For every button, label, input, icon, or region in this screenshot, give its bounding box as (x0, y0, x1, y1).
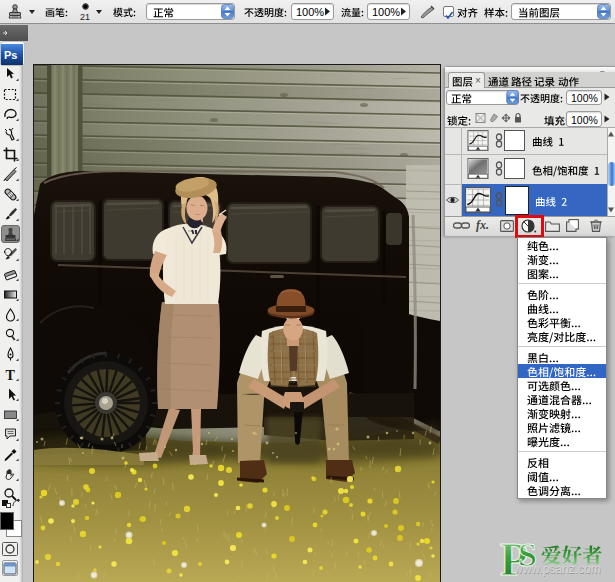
svg-text:T: T (6, 368, 16, 383)
svg-text:Ps: Ps (4, 49, 17, 61)
